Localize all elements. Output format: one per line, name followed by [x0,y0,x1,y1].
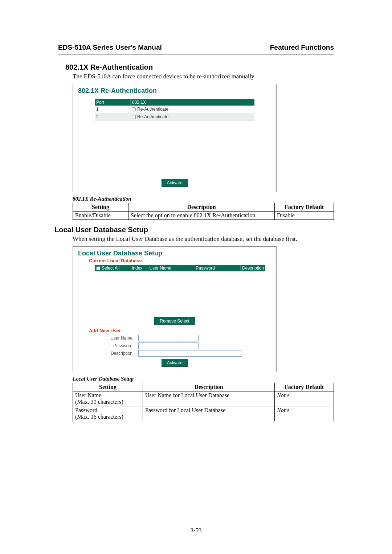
section-intro-localdb: When setting the Local User Database as … [73,235,334,243]
cell-setting: User Name (Max. 30 characters) [73,391,143,406]
th-setting: Setting [73,383,143,391]
th-description: Description [128,203,275,212]
reauth-checkbox[interactable] [132,107,136,111]
cell-default: None [275,391,334,406]
th-description: Description [143,383,275,391]
reauth-table-head: Port 802.1X [95,99,254,106]
cell-default: None [275,406,334,421]
col-password: Password [194,265,241,271]
add-new-user-heading: Add New User [89,328,276,333]
page-number: 3-53 [0,527,392,534]
table-row: User Name (Max. 30 characters) User Name… [73,391,334,406]
ss2-title: Local User Database Setup [78,250,276,257]
table1-caption: 802.1X Re-Authentication [73,196,334,202]
settings-table-localdb: Setting Description Factory Default User… [73,383,334,421]
input-password[interactable] [138,342,199,349]
reauth-port-cell: 2 [95,113,130,120]
screenshot-reauth: 802.1X Re-Authentication Port 802.1X 1 R… [73,84,277,192]
setting-line1: User Name [75,392,101,398]
setting-line1: Password [75,407,97,413]
setting-line2: (Max. 30 characters) [75,399,123,405]
settings-table-reauth: Setting Description Factory Default Enab… [73,203,334,220]
cell-description: User Name for Local User Database [143,391,275,406]
cell-setting: Password (Max. 16 characters) [73,406,143,421]
ss1-title: 802.1X Re-Authentication [78,87,276,95]
label-description: Description [89,351,138,356]
reauth-port-cell: 1 [95,106,130,113]
th-factory-default: Factory Default [275,203,334,212]
section-heading-localdb: Local User Database Setup [54,226,334,234]
ss2-subtitle: Current Local Database [89,258,276,263]
header-rule [58,54,334,54]
table-row: Password (Max. 16 characters) Password f… [73,406,334,421]
setting-line2: (Max. 16 characters) [75,414,123,420]
input-description[interactable] [138,350,242,357]
reauth-row: 2 Re-Authenticate [95,113,254,121]
th-factory-default: Factory Default [275,383,334,391]
reauth-row: 1 Re-Authenticate [95,106,254,113]
table-row: Enable/Disable Select the option to enab… [73,212,334,220]
reauth-checkbox-label: Re-Authenticate [137,114,168,119]
localdb-table: Select All Index User Name Password Desc… [95,265,265,315]
localdb-body-empty [95,271,265,315]
cell-setting: Enable/Disable [73,212,128,220]
reauth-checkbox-label: Re-Authenticate [137,107,168,112]
activate-button[interactable]: Activate [162,359,188,367]
label-password: Password [89,343,138,348]
cell-default: Disable [275,212,334,220]
reauth-col-8021x: 802.1X [131,99,254,106]
localdb-table-head: Select All Index User Name Password Desc… [95,265,265,271]
select-all-checkbox[interactable] [96,266,100,270]
remove-select-button[interactable]: Remove Select [154,317,195,325]
page-header: EDS-510A Series User's Manual Featured F… [58,44,334,52]
screenshot-localdb: Local User Database Setup Current Local … [73,246,277,372]
form-row-description: Description [89,350,276,357]
section-heading-reauth: 802.1X Re-Authentication [65,63,334,71]
form-row-password: Password [89,342,276,349]
cell-description: Select the option to enable 802.1X Re-Au… [128,212,275,220]
form-row-username: User Name [89,335,276,341]
th-setting: Setting [73,203,128,212]
activate-button[interactable]: Activate [162,179,188,187]
label-username: User Name [89,336,138,341]
document-page: EDS-510A Series User's Manual Featured F… [0,0,392,554]
col-description: Description [241,265,265,271]
col-select-all: Select All [102,266,119,271]
reauth-checkbox[interactable] [132,115,136,119]
col-index: Index [130,265,148,271]
col-username: User Name [148,265,195,271]
manual-title: EDS-510A Series User's Manual [58,44,162,52]
table2-caption: Local User Database Setup [73,376,334,382]
section-intro-reauth: The EDS-510A can force connected devices… [73,73,334,80]
input-username[interactable] [138,335,199,341]
reauth-col-port: Port [95,99,131,106]
cell-description: Password for Local User Database [143,406,275,421]
reauth-table: Port 802.1X 1 Re-Authenticate 2 Re-Authe… [95,99,254,121]
chapter-title: Featured Functions [270,44,334,52]
